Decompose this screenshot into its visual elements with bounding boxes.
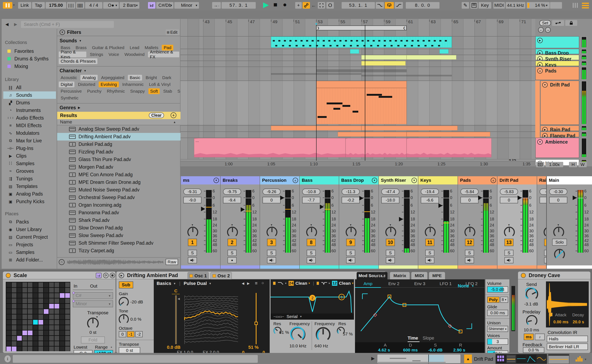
clip-flangypad[interactable] bbox=[407, 132, 490, 136]
draw-mode-button[interactable]: ✎ bbox=[462, 2, 469, 9]
scale-cell[interactable] bbox=[22, 320, 27, 325]
solo-button[interactable]: S bbox=[307, 250, 316, 256]
loop-button[interactable] bbox=[385, 2, 394, 9]
filter-tag-lead[interactable]: Lead bbox=[128, 45, 141, 51]
strip-header[interactable]: Bass bbox=[300, 176, 339, 184]
scale-cell[interactable] bbox=[65, 336, 70, 341]
result-item[interactable]: Slow Sweep Pad.adv bbox=[57, 232, 180, 239]
scale-cell[interactable] bbox=[17, 288, 22, 292]
beat-time-ruler[interactable]: 434547495153555759616365676971 bbox=[180, 19, 535, 25]
category-select[interactable]: Basics bbox=[157, 281, 171, 286]
fold-icon[interactable]: ▼ bbox=[214, 178, 219, 183]
result-item[interactable]: Tizzy Carpet.adg bbox=[57, 247, 180, 254]
scale-cell[interactable] bbox=[49, 346, 54, 351]
volume-field[interactable]: 0 bbox=[549, 197, 567, 203]
fader-handle[interactable] bbox=[201, 207, 205, 211]
fold-icon[interactable]: ▼ bbox=[372, 178, 377, 183]
scale-cell[interactable] bbox=[65, 293, 70, 298]
scale-cell[interactable] bbox=[44, 282, 48, 287]
play-button[interactable]: ▶ bbox=[263, 0, 269, 9]
scale-cell[interactable] bbox=[28, 346, 33, 351]
scale-cell[interactable] bbox=[60, 346, 65, 351]
scale-cell[interactable] bbox=[12, 314, 16, 319]
scale-cell[interactable] bbox=[17, 293, 22, 298]
tab-midi[interactable]: MIDI bbox=[411, 272, 427, 279]
lowpass-icon[interactable] bbox=[278, 281, 284, 285]
fader-handle[interactable] bbox=[478, 195, 482, 200]
sub-osc-button[interactable]: Sub bbox=[119, 281, 133, 288]
scale-cell[interactable] bbox=[33, 346, 38, 351]
track-activator-button[interactable]: ● bbox=[228, 257, 237, 263]
filter-tag-punchy[interactable]: Punchy bbox=[85, 88, 103, 94]
scale-cell[interactable] bbox=[17, 331, 22, 335]
track-header-driftpad[interactable]: ▼Drift Pad bbox=[540, 80, 579, 125]
track-header-synthriser[interactable]: ▶Synth Riser bbox=[535, 55, 579, 60]
scale-cell[interactable] bbox=[49, 288, 54, 292]
track-activator-button[interactable] bbox=[267, 257, 276, 263]
pan-knob[interactable] bbox=[345, 226, 357, 238]
track-header-bass[interactable]: ▶ bbox=[535, 36, 579, 48]
scale-cell[interactable] bbox=[17, 282, 22, 287]
scale-cell[interactable] bbox=[49, 309, 54, 314]
scale-cell[interactable] bbox=[54, 314, 59, 319]
pan-knob[interactable] bbox=[306, 226, 317, 238]
result-item[interactable]: Dunkel Pad.adg bbox=[57, 141, 180, 148]
strip-header[interactable]: Percussion≡ bbox=[260, 176, 299, 184]
midi-map-mode-button[interactable]: MIDI bbox=[493, 2, 505, 9]
tone-knob[interactable] bbox=[118, 314, 129, 325]
mixer-strip-main[interactable]: Main-0.3006061218243036424860▼Solo bbox=[546, 176, 592, 269]
collection-item-drums-synths[interactable]: Drums & Synths bbox=[3, 55, 56, 62]
browser-back-button[interactable]: ◀ bbox=[3, 21, 11, 27]
track-header-flangypad[interactable]: ▶Flangy Pad bbox=[540, 131, 579, 137]
scale-cell[interactable] bbox=[22, 314, 27, 319]
scale-cell[interactable] bbox=[22, 309, 27, 314]
track-header-rainpad[interactable]: ▶Rain Pad bbox=[540, 125, 579, 131]
return-device-thumbnail[interactable] bbox=[548, 354, 569, 364]
scale-cell[interactable] bbox=[28, 309, 33, 314]
result-item[interactable]: MPE Con Amore Pad.adg bbox=[57, 171, 180, 178]
fader-handle[interactable] bbox=[438, 203, 443, 208]
mixer-strip-bass-drop[interactable]: Bass Drop▼-11.3-0.26061218243036424860▼9… bbox=[339, 176, 378, 269]
scale-cell[interactable] bbox=[60, 282, 65, 287]
sidebar-item-max-for-live[interactable]: ⧉Max for Live bbox=[3, 137, 56, 144]
scale-cell[interactable] bbox=[22, 325, 27, 330]
filter-tag-chords-phrases[interactable]: Chords & Phrases bbox=[59, 58, 98, 64]
mini-play-icon[interactable]: ▶ bbox=[371, 356, 375, 361]
punch-in-button[interactable] bbox=[376, 2, 384, 9]
scale-cell[interactable] bbox=[65, 325, 70, 330]
cpu-overload-indicator[interactable] bbox=[550, 2, 562, 9]
scale-cell[interactable] bbox=[17, 309, 22, 314]
droney-title-bar[interactable]: Droney Cave bbox=[518, 272, 590, 279]
position-slider[interactable] bbox=[256, 293, 257, 344]
osc-on-checkbox[interactable] bbox=[212, 274, 216, 278]
sidebar-item-sounds[interactable]: ♫Sounds bbox=[3, 91, 56, 99]
result-item[interactable]: Morgen Pad.adv bbox=[57, 163, 180, 171]
scale-cell[interactable] bbox=[39, 293, 43, 298]
volume-field[interactable]: 0 bbox=[263, 197, 281, 203]
main-menu-button[interactable] bbox=[581, 2, 590, 9]
scale-cell[interactable] bbox=[6, 325, 11, 330]
scale-cell[interactable] bbox=[12, 341, 16, 346]
loop-length-field[interactable]: 8. 0. 0 bbox=[406, 2, 440, 9]
back-to-arrangement-button[interactable]: ← bbox=[311, 2, 316, 8]
scale-cell[interactable] bbox=[44, 346, 48, 351]
track-activator-button[interactable] bbox=[188, 257, 197, 263]
scale-cell[interactable] bbox=[12, 288, 16, 292]
strip-header[interactable]: Main bbox=[547, 176, 592, 184]
sidebar-item-projects[interactable]: ▭Projects bbox=[3, 241, 56, 248]
scale-cell[interactable] bbox=[65, 331, 70, 335]
scale-cell[interactable] bbox=[65, 299, 70, 303]
strip-header[interactable]: Breaks bbox=[221, 176, 260, 184]
strip-header[interactable]: Keys bbox=[418, 176, 458, 184]
track-activator-button[interactable] bbox=[465, 257, 474, 263]
track-play-icon[interactable]: ▶ bbox=[537, 38, 543, 43]
scale-cell[interactable] bbox=[49, 320, 54, 325]
clip-flangypad[interactable] bbox=[338, 132, 407, 136]
track-lane-synthriser[interactable] bbox=[180, 55, 535, 60]
scale-cell[interactable] bbox=[6, 331, 11, 335]
clip-bassdrop[interactable] bbox=[440, 49, 448, 54]
filter-tag-percussive[interactable]: Percussive bbox=[59, 88, 84, 94]
scale-cell[interactable] bbox=[54, 320, 59, 325]
scale-cell[interactable] bbox=[44, 336, 48, 341]
mixer-strip-drift-pad[interactable]: Drift Pad-5.8306061218243036424860▼13S bbox=[497, 176, 537, 269]
